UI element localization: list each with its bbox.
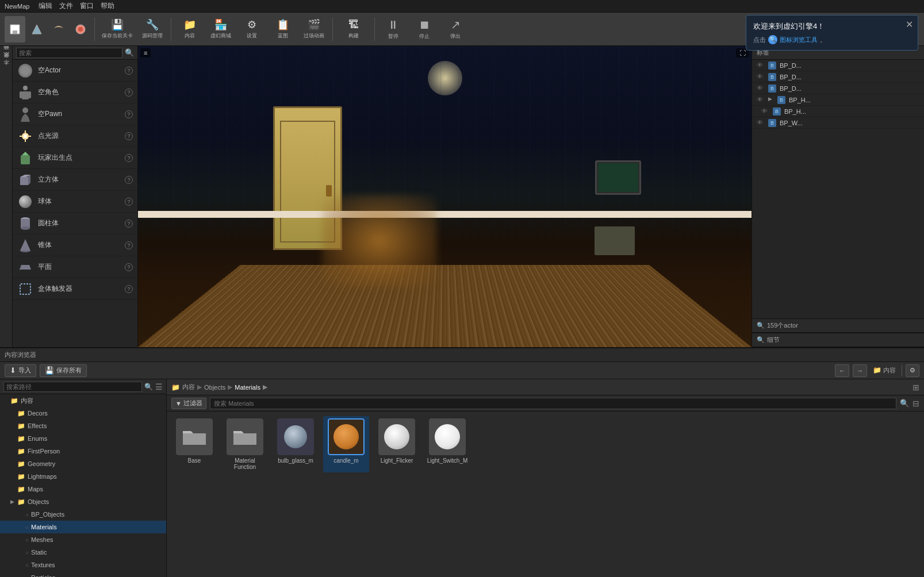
info-icon[interactable]: ? (125, 67, 133, 75)
nav-forward-button[interactable]: → (853, 364, 867, 377)
menu-file[interactable]: 文件 (59, 1, 73, 11)
asset-search-input[interactable] (210, 398, 896, 409)
vis-icon[interactable]: B (768, 61, 776, 70)
asset-item-bulb-glass[interactable]: bulb_glass_m (273, 416, 319, 472)
breadcrumb-objects[interactable]: Objects (204, 384, 225, 391)
placement-item-cylinder[interactable]: 圆柱体 ? (13, 213, 137, 234)
info-icon[interactable]: ? (125, 132, 133, 140)
placement-item-actor[interactable]: 空Actor ? (13, 60, 137, 82)
icon-btn-2[interactable] (26, 16, 47, 43)
vis-icon[interactable]: B (773, 107, 781, 116)
view-options-icon[interactable]: ⊞ (913, 383, 919, 392)
category-tab-animation[interactable]: 动画 (1, 51, 11, 57)
nav-back-button[interactable]: ← (835, 364, 849, 377)
tree-item-static[interactable]: ○ Static (0, 546, 166, 559)
outliner-item[interactable]: 👁 B BP_D... (752, 60, 924, 71)
cinematics-button[interactable]: 🎬 过场动画 (299, 15, 329, 44)
placement-item-plane[interactable]: 平面 ? (13, 256, 137, 278)
toast-close-button[interactable]: ✕ (906, 19, 913, 30)
category-tab-effects[interactable]: 效果 (1, 59, 11, 66)
eject-button[interactable]: ↗ 弹出 (440, 15, 470, 44)
info-icon[interactable]: ? (125, 285, 133, 293)
breadcrumb-content[interactable]: 内容 (182, 383, 195, 391)
vis-icon[interactable]: B (768, 119, 776, 127)
vis-icon[interactable]: B (768, 84, 776, 93)
eye-icon[interactable]: 👁 (757, 96, 765, 104)
view-options-button[interactable]: ⚙ (906, 364, 919, 377)
stop-button[interactable]: ⏹ 停止 (409, 15, 439, 44)
source-control-button[interactable]: 🔧 源码管理 (137, 15, 167, 44)
tree-item-maps[interactable]: 📁 Maps (0, 483, 166, 495)
eye-icon[interactable]: 👁 (757, 61, 765, 70)
tree-item-effects[interactable]: 📁 Effects (0, 420, 166, 432)
placement-item-boxbrush[interactable]: 盒体触发器 ? (13, 278, 137, 300)
asset-item-light-flicker[interactable]: Light_Flicker (374, 416, 420, 472)
eye-icon[interactable]: 👁 (757, 84, 765, 93)
import-button[interactable]: ⬇ 导入 (5, 364, 36, 377)
tree-item-meshes[interactable]: ○ Meshes (0, 533, 166, 546)
breadcrumb-arrow-icon[interactable]: ▶ (263, 383, 267, 391)
icon-btn-3[interactable] (48, 16, 69, 43)
outliner-item[interactable]: 👁 B BP_D... (752, 71, 924, 83)
info-icon[interactable]: ? (125, 154, 133, 162)
asset-item-base[interactable]: Base (171, 416, 217, 472)
tree-search-input[interactable] (3, 382, 142, 392)
outliner-item[interactable]: 👁 B BP_D... (752, 83, 924, 94)
placement-item-cone[interactable]: 锥体 ? (13, 234, 137, 256)
menu-edit[interactable]: 编辑 (39, 1, 52, 11)
info-icon[interactable]: ? (125, 263, 133, 271)
info-icon[interactable]: ? (125, 89, 133, 97)
eye-icon[interactable]: 👁 (761, 107, 769, 116)
save-button[interactable]: 💾 保存当前关卡 (98, 15, 136, 44)
tree-item-objects[interactable]: ▶ 📁 Objects (0, 495, 166, 508)
placement-item-sphere[interactable]: 球体 ? (13, 191, 137, 213)
placement-item-light[interactable]: 点光源 ? (13, 125, 137, 147)
blueprint-button[interactable]: 📋 蓝图 (268, 15, 298, 44)
marketplace-button[interactable]: 🏪 虚幻商城 (206, 15, 236, 44)
content-button[interactable]: 📁 内容 (175, 15, 205, 44)
eye-icon[interactable]: 👁 (757, 73, 765, 81)
category-tab-other[interactable]: 本 (1, 67, 11, 74)
menu-window[interactable]: 窗口 (80, 1, 94, 11)
outliner-item[interactable]: 👁 B BP_H... (752, 106, 924, 117)
tree-item-bp-objects[interactable]: ○ BP_Objects (0, 508, 166, 521)
info-icon[interactable]: ? (125, 176, 133, 184)
asset-item-light-switch[interactable]: Light_Switch_M (424, 416, 470, 472)
info-icon[interactable]: ? (125, 110, 133, 118)
build-button[interactable]: 🏗 构建 (336, 15, 371, 44)
save-all-button[interactable]: 💾 保存所有 (40, 364, 87, 377)
tree-item-content[interactable]: 📁 内容 (0, 394, 166, 407)
settings-button[interactable]: ⚙ 设置 (237, 15, 267, 44)
info-icon[interactable]: ? (125, 241, 133, 249)
tree-item-geometry[interactable]: 📁 Geometry (0, 457, 166, 470)
tree-item-materials[interactable]: ○ Materials (0, 521, 166, 533)
info-icon[interactable]: ? (125, 198, 133, 206)
icon-btn-4[interactable] (70, 16, 91, 43)
tree-item-firstperson[interactable]: 📁 FirstPerson (0, 445, 166, 457)
vis-icon[interactable]: B (777, 96, 785, 104)
tree-item-particles[interactable]: ○ Particles (0, 571, 166, 577)
asset-item-material-function[interactable]: MaterialFunction (222, 416, 268, 472)
icon-btn-1[interactable] (5, 16, 25, 43)
info-icon[interactable]: ? (125, 220, 133, 228)
placement-item-cube[interactable]: 立方体 ? (13, 169, 137, 191)
placement-item-playerstart[interactable]: 玩家出生点 ? (13, 147, 137, 169)
placement-item-pawn[interactable]: 空Pawn ? (13, 103, 137, 125)
placement-item-character[interactable]: 空角色 ? (13, 82, 137, 103)
tree-item-textures[interactable]: ○ Textures (0, 559, 166, 571)
breadcrumb-materials[interactable]: Materials (235, 384, 260, 391)
tree-item-lightmaps[interactable]: 📁 Lightmaps (0, 470, 166, 483)
outliner-item[interactable]: 👁 B BP_W... (752, 117, 924, 129)
tree-item-decors[interactable]: 📁 Decors (0, 407, 166, 420)
placement-search-input[interactable] (16, 48, 122, 58)
viewport-menu-icon[interactable]: ≡ (140, 48, 151, 57)
filter-button[interactable]: ▼ 过滤器 (171, 398, 206, 409)
expand-icon[interactable]: ▶ (768, 96, 774, 104)
toast-link[interactable]: 图标浏览工具 (780, 36, 818, 44)
asset-item-candle[interactable]: candle_m (323, 416, 369, 472)
tree-item-enums[interactable]: 📁 Enums (0, 432, 166, 445)
vis-icon[interactable]: B (768, 73, 776, 81)
outliner-item[interactable]: 👁 ▶ B BP_H... (752, 94, 924, 106)
list-icon[interactable]: ☰ (155, 382, 163, 391)
pause-button[interactable]: ⏸ 暂停 (378, 15, 408, 44)
